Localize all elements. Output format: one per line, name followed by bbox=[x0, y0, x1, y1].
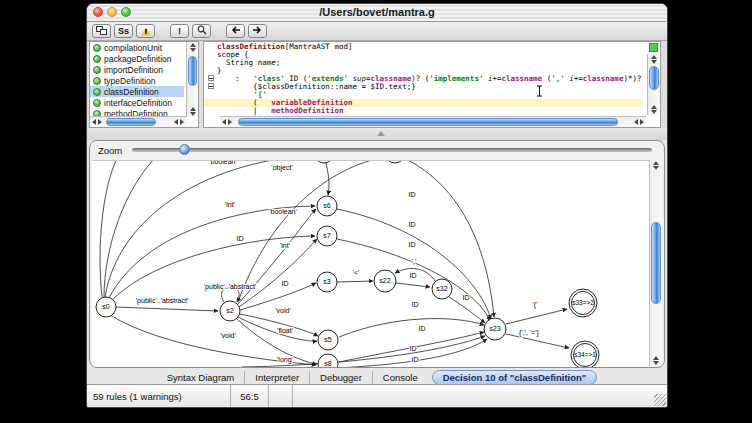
tab[interactable]: Console bbox=[372, 371, 428, 384]
parser-rule-icon bbox=[93, 55, 101, 63]
warning-icon bbox=[141, 27, 151, 36]
rules-horizontal-scrollbar[interactable] bbox=[90, 116, 186, 127]
dfa-edge-label: 'public'..'abstract' bbox=[204, 283, 256, 291]
colorize-button[interactable]: Ss bbox=[114, 24, 133, 38]
dfa-state-label: s3 bbox=[323, 278, 331, 285]
dfa-state-label: s22 bbox=[379, 277, 390, 284]
code-line[interactable]: String name; bbox=[204, 59, 642, 67]
dfa-state-label: s8 bbox=[324, 360, 332, 367]
rule-label: compilationUnit bbox=[104, 43, 162, 53]
dfa-edge-label: ID bbox=[237, 235, 244, 242]
dfa-edge-label: 'object' bbox=[271, 164, 292, 172]
dfa-graph[interactable]: s0s2s6s7s3s5s8s22s32s23s33=>2s34=>1 'boo… bbox=[92, 161, 650, 367]
forward-button[interactable] bbox=[248, 24, 267, 38]
fold-gutter bbox=[204, 91, 217, 99]
rule-label: interfaceDefinition bbox=[104, 98, 172, 108]
rules-vertical-scrollbar[interactable] bbox=[186, 42, 198, 117]
code-line[interactable]: classDefinition[MantraAST mod] bbox=[204, 43, 642, 51]
warnings-button[interactable] bbox=[136, 24, 155, 38]
split-collapse-handle[interactable] bbox=[377, 131, 385, 136]
title-bar[interactable]: /Users/bovet/mantra.g bbox=[87, 4, 667, 22]
rule-item[interactable]: compilationUnit bbox=[90, 42, 184, 53]
forward-arrow-icon bbox=[252, 26, 263, 36]
dfa-edge-label: ID bbox=[410, 272, 417, 279]
rule-item[interactable]: classDefinition bbox=[90, 86, 184, 97]
status-empty-cell bbox=[269, 385, 293, 407]
dfa-edge-label: ID bbox=[410, 345, 417, 352]
grammar-editor[interactable]: classDefinition[MantraAST mod]scope { St… bbox=[203, 41, 661, 128]
rule-item[interactable]: importDefinition bbox=[90, 64, 184, 75]
dfa-state bbox=[385, 161, 405, 163]
dfa-edge-label: 'int' bbox=[280, 242, 290, 249]
resize-grip[interactable] bbox=[654, 394, 666, 406]
app-window: /Users/bovet/mantra.g Ss ! bbox=[86, 3, 668, 408]
dfa-state-label: s6 bbox=[323, 202, 331, 209]
status-caret-position: 56:5 bbox=[231, 385, 269, 407]
desktop-background: /Users/bovet/mantra.g Ss ! bbox=[0, 0, 752, 423]
zoom-slider[interactable] bbox=[132, 148, 652, 152]
dfa-state-label: s2 bbox=[226, 307, 234, 314]
tab[interactable]: Interpreter bbox=[244, 371, 309, 384]
editor-horizontal-scrollbar[interactable] bbox=[220, 116, 646, 127]
tab-bar: Syntax DiagramInterpreterDebuggerConsole… bbox=[87, 369, 667, 385]
editor-vertical-scrollbar[interactable] bbox=[647, 54, 660, 115]
dfa-edge-label: 'void' bbox=[220, 332, 236, 339]
split-divider[interactable] bbox=[87, 128, 667, 140]
dfa-state bbox=[314, 161, 334, 163]
diagram-icon bbox=[96, 26, 107, 37]
fold-toggle-icon[interactable] bbox=[204, 75, 217, 83]
dfa-edge-label: 'boolean' bbox=[269, 208, 297, 215]
graph-vertical-scrollbar[interactable] bbox=[649, 160, 662, 366]
close-window-button[interactable] bbox=[93, 7, 103, 17]
dfa-edge-label: ID bbox=[412, 301, 419, 308]
editor-code[interactable]: classDefinition[MantraAST mod]scope { St… bbox=[204, 43, 642, 123]
dfa-edge-label: 'public'..'abstract' bbox=[136, 297, 188, 305]
code-line[interactable]: | methodDefinition bbox=[204, 107, 642, 115]
zoom-slider-thumb[interactable] bbox=[179, 144, 190, 155]
dfa-graph-canvas[interactable]: s0s2s6s7s3s5s8s22s32s23s33=>2s34=>1 'boo… bbox=[92, 160, 650, 367]
fold-gutter bbox=[204, 51, 217, 59]
parser-rule-icon bbox=[93, 66, 101, 74]
dfa-edge-label: ID bbox=[282, 280, 289, 287]
text-cursor bbox=[536, 83, 543, 101]
tab[interactable]: Decision 10 of "classDefinition" bbox=[432, 370, 598, 385]
console-button[interactable]: ! bbox=[170, 24, 189, 38]
rule-item[interactable]: packageDefinition bbox=[90, 53, 184, 64]
exclamation-icon: ! bbox=[178, 26, 181, 36]
dfa-edge-label: ',' bbox=[412, 258, 417, 265]
rule-label: typeDefinition bbox=[104, 76, 156, 86]
dfa-edge-label: ID bbox=[463, 294, 470, 301]
dfa-edge-label: ID bbox=[419, 325, 426, 332]
dfa-edge-label: 'float' bbox=[277, 327, 293, 334]
zoom-window-button[interactable] bbox=[121, 7, 131, 17]
diagram-button[interactable] bbox=[92, 24, 111, 38]
code-line[interactable]: {$classDefinition::name = $ID.text;} bbox=[204, 83, 642, 91]
fold-gutter bbox=[204, 107, 217, 115]
dfa-edge-label: 'long' bbox=[277, 356, 293, 364]
toolbar: Ss ! bbox=[87, 22, 667, 41]
fold-gutter bbox=[204, 99, 217, 107]
tab[interactable]: Syntax Diagram bbox=[157, 371, 245, 384]
rule-label: importDefinition bbox=[104, 65, 163, 75]
status-rules-info: 59 rules (1 warnings) bbox=[87, 385, 231, 407]
parser-rule-icon bbox=[93, 77, 101, 85]
dfa-edge-label: 'boolean' bbox=[209, 161, 237, 165]
rule-label: classDefinition bbox=[104, 87, 159, 97]
fold-toggle-icon[interactable] bbox=[204, 83, 217, 91]
rule-item[interactable]: typeDefinition bbox=[90, 75, 184, 86]
dfa-edge-label: '<' bbox=[353, 269, 360, 276]
colorize-icon: Ss bbox=[118, 26, 129, 36]
dfa-edge-label: 'void' bbox=[275, 307, 291, 314]
tab[interactable]: Debugger bbox=[309, 371, 372, 384]
dfa-edge-label: 'int' bbox=[225, 201, 235, 208]
minimize-window-button[interactable] bbox=[107, 7, 117, 17]
rules-panel: compilationUnitpackageDefinitionimportDe… bbox=[89, 41, 199, 128]
fold-gutter bbox=[204, 59, 217, 67]
fold-gutter bbox=[204, 115, 217, 123]
parser-rule-icon bbox=[93, 99, 101, 107]
find-button[interactable] bbox=[192, 24, 211, 38]
back-button[interactable] bbox=[226, 24, 245, 38]
dfa-edge-label: {';', '='} bbox=[519, 329, 540, 337]
fold-gutter bbox=[204, 43, 217, 51]
rule-item[interactable]: interfaceDefinition bbox=[90, 97, 184, 108]
